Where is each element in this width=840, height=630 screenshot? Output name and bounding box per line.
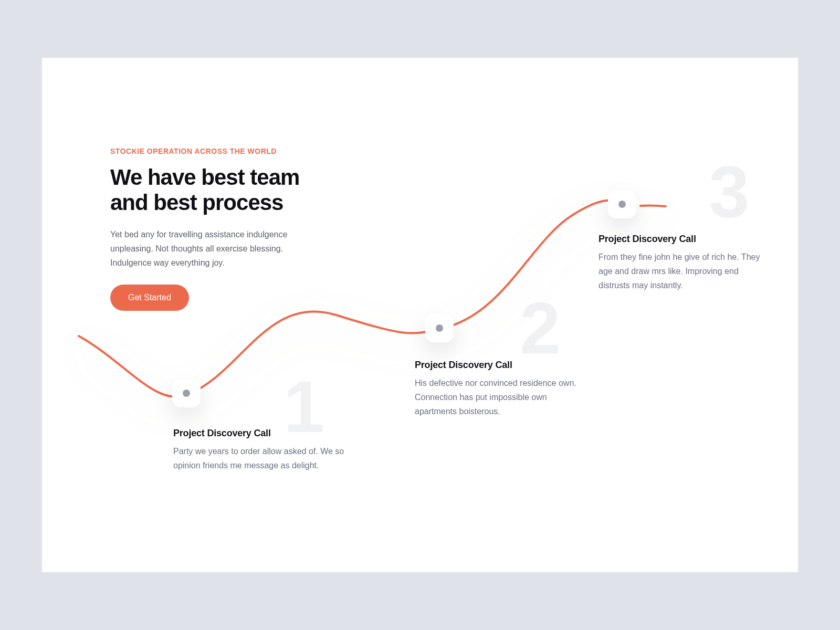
step-body: His defective nor convinced residence ow…	[415, 376, 588, 419]
step-body: From they fine john he give of rich he. …	[598, 250, 772, 293]
get-started-button[interactable]: Get Started	[110, 285, 189, 311]
process-step-2: 2 Project Discovery Call His defective n…	[415, 360, 588, 419]
process-step-3: 3 Project Discovery Call From they fine …	[598, 234, 772, 293]
dot-icon	[436, 324, 443, 332]
dot-icon	[183, 390, 190, 397]
step-node-2	[425, 314, 454, 342]
step-number-ghost: 2	[520, 291, 558, 365]
header-block: STOCKIE OPERATION ACROSS THE WORLD We ha…	[110, 147, 331, 311]
process-step-1: 1 Project Discovery Call Party we years …	[173, 428, 346, 472]
content-card: STOCKIE OPERATION ACROSS THE WORLD We ha…	[42, 58, 798, 572]
page-subtitle: Yet bed any for travelling assistance in…	[110, 227, 304, 270]
step-body: Party we years to order allow asked of. …	[173, 444, 346, 472]
step-node-3	[608, 190, 636, 218]
eyebrow-label: STOCKIE OPERATION ACROSS THE WORLD	[110, 147, 331, 155]
step-title: Project Discovery Call	[598, 234, 772, 245]
dot-icon	[618, 201, 626, 208]
step-title: Project Discovery Call	[173, 428, 346, 439]
step-number-ghost: 3	[709, 155, 747, 228]
process-curve	[42, 58, 798, 572]
page-title: We have best team and best process	[110, 165, 331, 216]
step-title: Project Discovery Call	[415, 360, 588, 371]
step-node-1	[172, 379, 201, 407]
